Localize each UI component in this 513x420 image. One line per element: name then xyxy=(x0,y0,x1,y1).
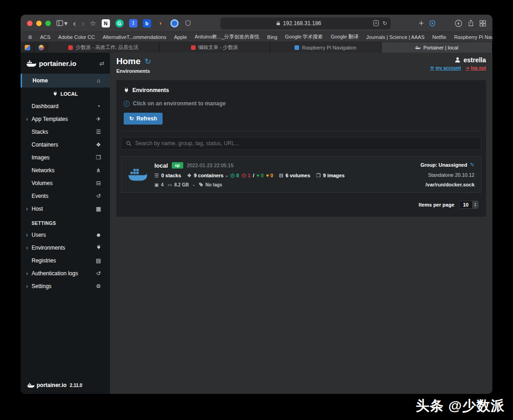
unhealthy-count: ♥ 0 xyxy=(266,173,273,178)
sidebar-item-images[interactable]: Images ❐ xyxy=(21,151,110,164)
browser-window: ▾ ‹ › ☆ N G ⋮ b ◗ 192.168.31.186 A ↻ xyxy=(21,15,492,394)
sidebar-item-stacks[interactable]: Stacks ☰ xyxy=(21,125,110,138)
sidebar-toggle-icon[interactable]: ▾ xyxy=(56,20,68,27)
bookmark-item[interactable]: Raspberry Pi Navigation xyxy=(454,34,492,40)
edit-group-icon[interactable]: ✎ xyxy=(470,162,475,168)
sidebar-item-networks[interactable]: Networks ⋔ xyxy=(21,164,110,177)
tag-icon xyxy=(199,182,203,187)
sidebar-item-volumes[interactable]: Volumes ⊟ xyxy=(21,177,110,190)
search-bar xyxy=(121,137,481,150)
chevron-right-icon: › xyxy=(26,206,32,212)
page-size-select[interactable]: 10 ▴ ▾ xyxy=(459,201,479,209)
bookmark-item[interactable]: Journals | Science | AAAS xyxy=(366,34,424,40)
my-account-link[interactable]: ⚒ my account xyxy=(430,65,461,71)
bookmarks-bar: ▦ ACS Adobe Color CC AlternativeT...omme… xyxy=(21,32,492,42)
footer-logo-text: portainer.io xyxy=(37,382,66,388)
tab-raspberry-pi[interactable]: Raspberry Pi Navigation xyxy=(270,42,382,53)
log-out-link[interactable]: ➔ log out xyxy=(465,65,486,71)
tab-overview-icon[interactable] xyxy=(480,20,486,27)
sidebar-item-users[interactable]: › Users ☻ xyxy=(21,229,110,241)
environment-timestamp: 2022-01-23 22:05:15 xyxy=(187,163,234,168)
grammarly-extension-icon[interactable]: G xyxy=(115,19,124,27)
pagination: Items per page 10 ▴ ▾ xyxy=(121,193,481,217)
portainer-logo-icon xyxy=(27,382,34,388)
pinned-tab[interactable] xyxy=(21,42,34,53)
close-window-button[interactable] xyxy=(27,21,33,26)
bookmark-item[interactable]: Google 翻译 xyxy=(331,33,359,40)
bookmark-star-icon[interactable]: ☆ xyxy=(90,20,96,27)
refresh-icon: ↻ xyxy=(129,115,134,122)
notion-extension-icon[interactable]: N xyxy=(102,19,110,27)
watermark: 头条 @少数派 xyxy=(415,397,505,415)
back-button[interactable]: ‹ xyxy=(73,19,76,27)
minimize-window-button[interactable] xyxy=(36,21,42,26)
bookmark-item[interactable]: AlternativeT...ommendations xyxy=(103,34,166,40)
database-icon: ▤ xyxy=(94,257,103,264)
running-count: 8 xyxy=(230,173,239,178)
tab-sspai-editor[interactable]: 编辑文章 - 少数派 xyxy=(159,42,271,53)
sidebar-item-authentication-logs[interactable]: › Authentication logs ↺ xyxy=(21,267,110,280)
pinned-tab-favicon xyxy=(25,45,30,50)
logout-arrow-icon: ➔ xyxy=(465,65,469,71)
stat-stacks: ☰ 0 stacks xyxy=(154,173,181,179)
shield-extension-icon[interactable] xyxy=(184,19,192,27)
forward-button[interactable]: › xyxy=(82,19,84,27)
panel-title: Environments xyxy=(121,84,481,98)
sidebar-item-dashboard[interactable]: Dashboard ◔ xyxy=(21,100,110,113)
history-icon: ↺ xyxy=(94,270,103,277)
bookmark-item[interactable]: Netflix xyxy=(432,34,447,40)
bookmark-item[interactable]: Arduino教..._分享创造的喜悦 xyxy=(195,33,259,40)
bookmarks-grid-icon[interactable]: ▦ xyxy=(28,34,32,39)
environment-name: local xyxy=(154,162,168,169)
dashboard-icon: ◔ xyxy=(94,103,103,109)
sidebar-item-containers[interactable]: Containers ❖ xyxy=(21,138,110,151)
tab-sspai-home[interactable]: 少数派 - 高效工作, 品质生活 xyxy=(48,42,159,53)
chevron-right-icon: › xyxy=(26,232,32,238)
bookmark-item[interactable]: Bing xyxy=(267,34,277,40)
privacy-shield-icon[interactable] xyxy=(429,20,436,27)
engine-label: Standalone 20.10.12 xyxy=(428,172,475,178)
sidebar-item-events[interactable]: Events ↺ xyxy=(21,190,110,202)
refresh-page-icon[interactable]: ↻ xyxy=(145,57,151,66)
group-label: Group: Unassigned xyxy=(420,162,467,168)
reload-icon[interactable]: ↻ xyxy=(382,20,387,27)
bookmark-item[interactable]: Apple xyxy=(174,34,187,40)
bookmark-item[interactable]: Google 学术搜索 xyxy=(285,33,323,40)
divider xyxy=(121,131,481,131)
tab-bar: 少数派 - 高效工作, 品质生活 编辑文章 - 少数派 Raspberry Pi… xyxy=(21,42,492,53)
rss-extension-icon[interactable]: ◗ xyxy=(157,19,165,27)
sidebar-item-registries[interactable]: Registries ▤ xyxy=(21,254,110,267)
downloads-icon[interactable] xyxy=(455,20,462,27)
sidebar-item-environments[interactable]: › Environments xyxy=(21,241,110,254)
zoom-window-button[interactable] xyxy=(45,21,51,26)
translate-icon[interactable]: A xyxy=(373,20,379,26)
pinned-tab[interactable] xyxy=(34,42,48,53)
healthy-count: ♥ 0 xyxy=(256,173,264,178)
bitwarden-extension-icon[interactable]: b xyxy=(143,19,151,27)
sidebar-item-settings[interactable]: › Settings ⚙ xyxy=(21,280,110,293)
window-controls xyxy=(27,21,51,26)
sidebar-item-app-templates[interactable]: › App Templates ✈ xyxy=(21,113,110,125)
bookmark-item[interactable]: ACS xyxy=(40,34,50,40)
new-tab-button[interactable]: + xyxy=(419,19,424,27)
extension-icon[interactable]: ⋮ xyxy=(129,19,137,27)
environment-item-local[interactable]: local up 2022-01-23 22:05:15 ☰ 0 stacks … xyxy=(121,156,481,193)
power-icon xyxy=(241,173,246,178)
refresh-button[interactable]: ↻ Refresh xyxy=(124,113,163,125)
sidebar-item-home[interactable]: Home ⌂ xyxy=(21,74,110,87)
info-icon: i xyxy=(124,101,130,107)
share-icon[interactable] xyxy=(468,20,474,27)
search-icon xyxy=(126,141,131,146)
tab-portainer[interactable]: Portainer | local xyxy=(382,42,493,53)
address-bar[interactable]: 192.168.31.186 A ↻ xyxy=(220,17,391,29)
collapse-sidebar-icon[interactable]: ⇄ xyxy=(99,60,104,67)
extension-ring-icon[interactable] xyxy=(170,19,179,27)
chevron-right-icon: › xyxy=(26,116,32,122)
stat-tags: No tags xyxy=(199,182,223,187)
home-icon: ⌂ xyxy=(94,77,103,84)
breadcrumb[interactable]: Environments xyxy=(116,68,151,74)
search-input[interactable] xyxy=(135,140,476,147)
user-menu[interactable]: estrella xyxy=(454,56,486,64)
sidebar-item-host[interactable]: › Host ▦ xyxy=(21,202,110,215)
bookmark-item[interactable]: Adobe Color CC xyxy=(58,34,95,40)
